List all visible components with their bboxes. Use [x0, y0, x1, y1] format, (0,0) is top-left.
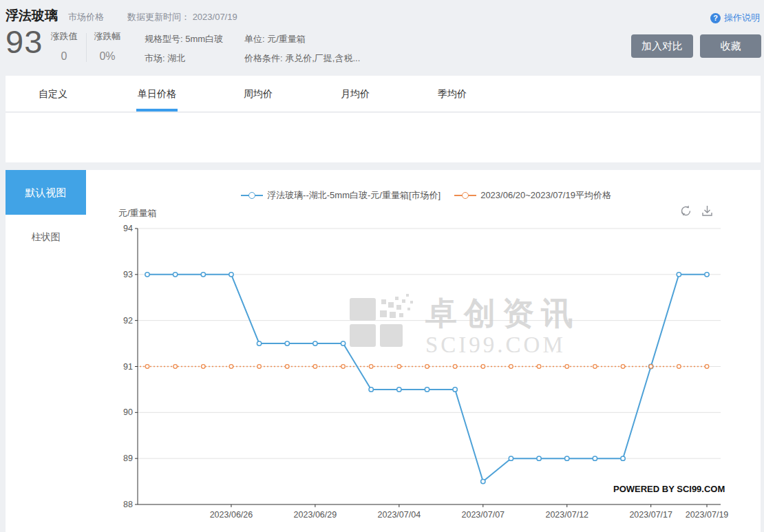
change-value-label: 涨跌值 [48, 30, 80, 43]
svg-text:91: 91 [123, 362, 133, 372]
refresh-icon[interactable] [679, 204, 692, 217]
svg-text:2023/07/17: 2023/07/17 [629, 510, 672, 520]
spec-info: 规格型号: 5mm白玻 [145, 30, 223, 49]
legend-item-market-price: 浮法玻璃--湖北-5mm白玻-元/重量箱[市场价] [241, 189, 441, 202]
svg-text:94: 94 [123, 224, 133, 233]
stat-divider [86, 33, 87, 62]
svg-text:90: 90 [123, 407, 133, 417]
change-pct-stat: 涨跌幅 0% [92, 30, 123, 63]
legend-marker-blue [241, 192, 263, 199]
svg-text:88: 88 [123, 500, 133, 509]
change-pct-label: 涨跌幅 [92, 30, 123, 43]
tab-weekly-avg[interactable]: 周均价 [244, 76, 273, 111]
update-time: 数据更新时间： 2023/07/19 [127, 11, 237, 23]
chart-toolbar [679, 204, 714, 217]
time-filter-panel: 时间周期 1个月 3个月 1年 至 确定 [6, 113, 761, 162]
change-value-stat: 涨跌值 0 [48, 30, 80, 63]
chart-main: 浮法玻璃--湖北-5mm白玻-元/重量箱[市场价] 2023/06/20~202… [92, 170, 761, 532]
sidebar-item-bar-chart[interactable]: 柱状图 [6, 229, 86, 244]
legend-item-average-price: 2023/06/20~2023/07/19平均价格 [454, 189, 611, 202]
legend-label: 2023/06/20~2023/07/19平均价格 [480, 189, 611, 202]
svg-text:2023/07/07: 2023/07/07 [462, 510, 505, 520]
page-header: 浮法玻璃 市场价格 数据更新时间： 2023/07/19 93 涨跌值 0 涨跌… [0, 0, 764, 74]
add-compare-button[interactable]: 加入对比 [631, 34, 693, 58]
svg-text:89: 89 [123, 454, 133, 463]
svg-text:92: 92 [123, 316, 133, 326]
legend-label: 浮法玻璃--湖北-5mm白玻-元/重量箱[市场价] [267, 189, 441, 202]
change-value: 0 [48, 50, 80, 63]
spec-market-info: 规格型号: 5mm白玻 市场: 湖北 [145, 30, 223, 68]
current-price: 93 [6, 23, 43, 61]
powered-by-label: POWERED BY SCI99.COM [613, 484, 725, 494]
question-icon: ? [710, 13, 721, 23]
tab-quarterly-avg[interactable]: 季均价 [438, 76, 467, 111]
svg-text:93: 93 [123, 270, 133, 279]
svg-text:2023/06/26: 2023/06/26 [210, 510, 253, 520]
tab-custom[interactable]: 自定义 [39, 76, 67, 111]
svg-text:2023/07/04: 2023/07/04 [378, 510, 421, 520]
tab-daily-price[interactable]: 单日价格 [138, 76, 176, 111]
price-type-tabbar: 自定义 单日价格 周均价 月均价 季均价 [6, 76, 761, 112]
favorite-button[interactable]: 收藏 [700, 34, 761, 58]
legend-marker-orange [454, 192, 476, 199]
svg-text:2023/06/29: 2023/06/29 [294, 510, 337, 520]
chart-legend: 浮法玻璃--湖北-5mm白玻-元/重量箱[市场价] 2023/06/20~202… [92, 189, 761, 202]
unit-condition-info: 单位: 元/重量箱 价格条件: 承兑价,厂提,含税... [244, 30, 360, 68]
svg-text:2023/07/19: 2023/07/19 [686, 510, 729, 520]
update-time-label: 数据更新时间： [127, 12, 190, 22]
svg-text:2023/07/12: 2023/07/12 [545, 510, 588, 520]
tab-monthly-avg[interactable]: 月均价 [341, 76, 370, 111]
chart-panel: 默认视图 柱状图 浮法玻璃--湖北-5mm白玻-元/重量箱[市场价] 2023/… [6, 170, 761, 532]
help-label: 操作说明 [724, 12, 760, 24]
help-link[interactable]: ? 操作说明 [710, 12, 760, 24]
price-line-chart[interactable]: 888990919293942023/06/262023/06/292023/0… [92, 222, 764, 528]
sidebar-item-default-view[interactable]: 默认视图 [6, 170, 86, 215]
unit-info: 单位: 元/重量箱 [244, 30, 360, 49]
y-axis-unit-label: 元/重量箱 [118, 207, 157, 220]
market-info: 市场: 湖北 [145, 49, 223, 68]
change-pct-value: 0% [92, 50, 123, 63]
market-price-label: 市场价格 [68, 11, 104, 23]
update-time-date: 2023/07/19 [193, 12, 237, 22]
condition-info: 价格条件: 承兑价,厂提,含税... [244, 49, 360, 68]
download-icon[interactable] [701, 204, 714, 217]
